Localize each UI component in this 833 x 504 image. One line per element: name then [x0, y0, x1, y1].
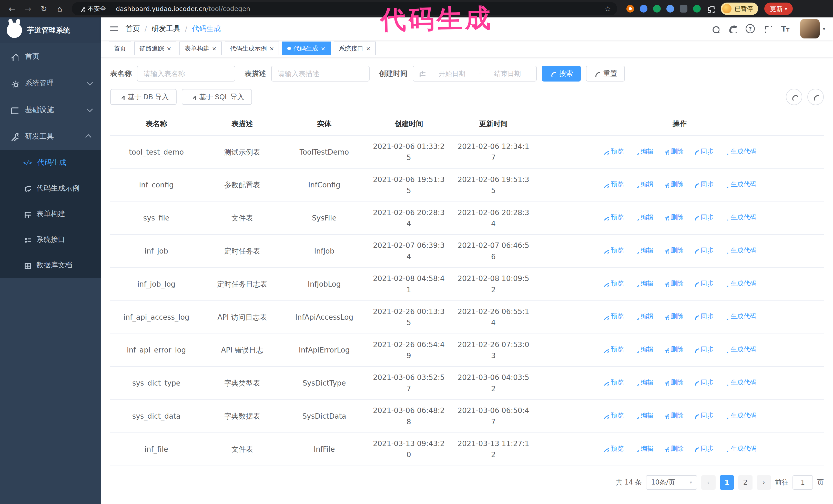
- delete-button[interactable]: 删除: [663, 279, 684, 289]
- toggle-search-button[interactable]: [786, 89, 802, 105]
- generate-code-button[interactable]: 生成代码: [723, 344, 756, 355]
- reload-icon[interactable]: ↻: [37, 2, 51, 16]
- sync-button[interactable]: 同步: [693, 311, 714, 321]
- browser-home-icon[interactable]: ⌂: [53, 2, 67, 16]
- sidebar-item-dev-tools[interactable]: 研发工具: [0, 123, 101, 150]
- import-sql-button[interactable]: 基于 SQL 导入: [182, 89, 252, 105]
- preview-button[interactable]: 预览: [603, 213, 624, 222]
- tab-form-builder[interactable]: 表单构建×: [180, 42, 221, 55]
- delete-button[interactable]: 删除: [663, 179, 684, 189]
- tab-system-api[interactable]: 系统接口×: [334, 42, 376, 55]
- generate-code-button[interactable]: 生成代码: [723, 279, 756, 289]
- edit-button[interactable]: 编辑: [633, 311, 653, 321]
- extension-icon-orange[interactable]: [626, 5, 634, 13]
- extension-icon-leaf[interactable]: [693, 5, 701, 13]
- generate-code-button[interactable]: 生成代码: [723, 179, 756, 189]
- forward-icon[interactable]: →: [21, 2, 35, 16]
- github-icon[interactable]: [728, 24, 737, 33]
- preview-button[interactable]: 预览: [603, 444, 624, 454]
- delete-button[interactable]: 删除: [663, 444, 684, 454]
- delete-button[interactable]: 删除: [663, 344, 684, 355]
- close-icon[interactable]: ×: [366, 45, 371, 52]
- goto-page-input[interactable]: [792, 475, 813, 490]
- close-icon[interactable]: ×: [212, 45, 216, 52]
- generate-code-button[interactable]: 生成代码: [723, 213, 756, 222]
- edit-button[interactable]: 编辑: [633, 411, 653, 421]
- bookmark-star-icon[interactable]: ☆: [604, 5, 611, 13]
- tab-home[interactable]: 首页: [109, 42, 131, 55]
- back-icon[interactable]: ←: [5, 2, 19, 16]
- generate-code-button[interactable]: 生成代码: [723, 147, 756, 157]
- sidebar-item-home[interactable]: 首页: [0, 43, 101, 70]
- preview-button[interactable]: 预览: [603, 378, 624, 388]
- preview-button[interactable]: 预览: [603, 147, 624, 157]
- preview-button[interactable]: 预览: [603, 411, 624, 421]
- delete-button[interactable]: 删除: [663, 411, 684, 421]
- close-icon[interactable]: ×: [320, 45, 325, 52]
- delete-button[interactable]: 删除: [663, 311, 684, 321]
- edit-button[interactable]: 编辑: [633, 378, 653, 388]
- sidebar-item-codegen-example[interactable]: 代码生成示例: [0, 175, 101, 201]
- sidebar-item-form-builder[interactable]: 表单构建: [0, 201, 101, 226]
- sidebar-item-system-api[interactable]: 系统接口: [0, 226, 101, 252]
- import-db-button[interactable]: 基于 DB 导入: [110, 89, 176, 105]
- page-size-select[interactable]: 10条/页 ▾: [646, 475, 697, 490]
- edit-button[interactable]: 编辑: [633, 246, 653, 256]
- close-icon[interactable]: ×: [269, 45, 274, 52]
- tab-codegen-example[interactable]: 代码生成示例×: [225, 42, 279, 55]
- address-bar[interactable]: 不安全 dashboard.yudao.iocoder.cn/tool/code…: [72, 2, 617, 16]
- preview-button[interactable]: 预览: [603, 311, 624, 321]
- sync-button[interactable]: 同步: [693, 147, 714, 157]
- edit-button[interactable]: 编辑: [633, 213, 653, 222]
- sidebar-item-system-management[interactable]: 系统管理: [0, 70, 101, 96]
- delete-button[interactable]: 删除: [663, 378, 684, 388]
- generate-code-button[interactable]: 生成代码: [723, 444, 756, 454]
- edit-button[interactable]: 编辑: [633, 279, 653, 289]
- reset-button[interactable]: 重置: [586, 66, 625, 81]
- sync-button[interactable]: 同步: [693, 179, 714, 189]
- user-menu[interactable]: ▾: [800, 19, 825, 39]
- table-desc-input[interactable]: [271, 66, 370, 81]
- extensions-puzzle-icon[interactable]: [706, 5, 715, 13]
- app-logo[interactable]: 芋道管理系统: [0, 18, 101, 43]
- sync-button[interactable]: 同步: [693, 411, 714, 421]
- sync-button[interactable]: 同步: [693, 444, 714, 454]
- sync-button[interactable]: 同步: [693, 378, 714, 388]
- sync-button[interactable]: 同步: [693, 246, 714, 256]
- tab-trace[interactable]: 链路追踪×: [134, 42, 176, 55]
- date-range-picker[interactable]: 开始日期 - 结束日期: [413, 66, 537, 81]
- breadcrumb-home[interactable]: 首页: [125, 24, 140, 33]
- edit-button[interactable]: 编辑: [633, 147, 653, 157]
- extension-icon-gray[interactable]: [680, 5, 687, 13]
- preview-button[interactable]: 预览: [603, 344, 624, 355]
- edit-button[interactable]: 编辑: [633, 179, 653, 189]
- delete-button[interactable]: 删除: [663, 213, 684, 222]
- extension-icon-blue[interactable]: [640, 5, 647, 13]
- generate-code-button[interactable]: 生成代码: [723, 378, 756, 388]
- fullscreen-icon[interactable]: [764, 24, 772, 33]
- sidebar-item-codegen[interactable]: </> 代码生成: [0, 150, 101, 175]
- sync-button[interactable]: 同步: [693, 279, 714, 289]
- close-icon[interactable]: ×: [167, 45, 171, 52]
- tab-codegen[interactable]: 代码生成×: [282, 42, 330, 55]
- generate-code-button[interactable]: 生成代码: [723, 411, 756, 421]
- sidebar-item-db-docs[interactable]: 数据库文档: [0, 252, 101, 278]
- font-size-icon[interactable]: TT: [781, 24, 789, 33]
- page-button-2[interactable]: 2: [738, 475, 753, 490]
- profile-paused-badge[interactable]: 已暂停: [721, 3, 758, 15]
- next-page-button[interactable]: ›: [757, 475, 771, 490]
- preview-button[interactable]: 预览: [603, 246, 624, 256]
- update-button[interactable]: 更新 ▾: [764, 3, 793, 15]
- search-button[interactable]: 搜索: [542, 66, 581, 81]
- extension-icon-green-check[interactable]: [653, 5, 661, 13]
- breadcrumb-dev-tools[interactable]: 研发工具: [151, 24, 180, 33]
- sync-button[interactable]: 同步: [693, 213, 714, 222]
- sidebar-item-infrastructure[interactable]: 基础设施: [0, 96, 101, 123]
- page-button-1[interactable]: 1: [720, 475, 734, 490]
- extension-icon-people[interactable]: [666, 5, 674, 13]
- generate-code-button[interactable]: 生成代码: [723, 246, 756, 256]
- refresh-table-button[interactable]: [807, 89, 824, 105]
- generate-code-button[interactable]: 生成代码: [723, 311, 756, 321]
- sync-button[interactable]: 同步: [693, 344, 714, 355]
- preview-button[interactable]: 预览: [603, 279, 624, 289]
